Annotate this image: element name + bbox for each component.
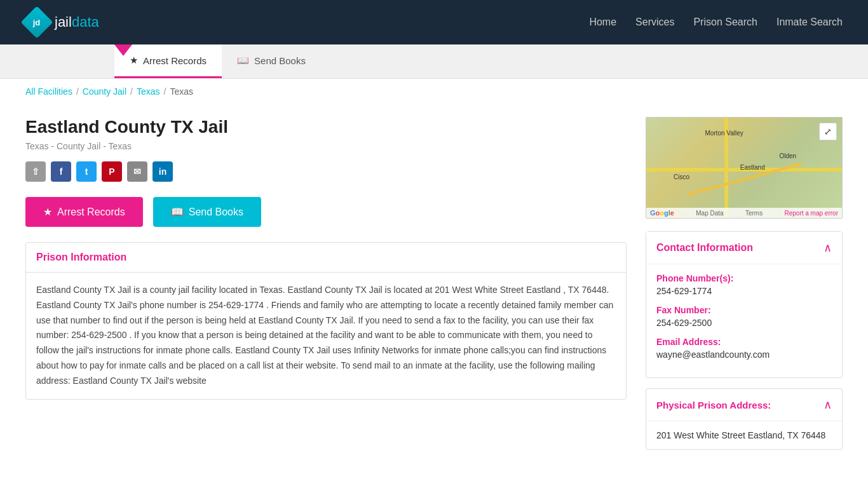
logo-jd: jd	[33, 18, 41, 27]
email-button[interactable]: ✉	[127, 161, 147, 182]
tab-triangle	[114, 44, 132, 56]
email-label: Email Address:	[656, 337, 832, 347]
logo-icon: jd	[21, 6, 53, 39]
address-panel-toggle-icon[interactable]: ∧	[824, 398, 832, 412]
address-panel-title: Physical Prison Address:	[656, 400, 771, 410]
send-books-icon: 📖	[171, 206, 184, 218]
breadcrumb-sep-3: /	[164, 86, 166, 97]
map-label-cisco: Cisco	[674, 173, 689, 180]
prison-info-box: Prison Information Eastland County TX Ja…	[25, 242, 627, 400]
tab-arrest-records-label: Arrest Records	[143, 55, 207, 66]
logo-data: data	[72, 14, 99, 30]
map-label-eastland: Eastland	[740, 164, 765, 171]
breadcrumb-sep-1: /	[76, 86, 79, 97]
contact-panel-title: Contact Information	[656, 242, 753, 254]
tab-send-books[interactable]: 📖 Send Books	[222, 44, 321, 78]
page-title: Eastland County TX Jail	[25, 117, 627, 137]
prison-info-header: Prison Information	[26, 243, 626, 273]
arrest-star-icon: ★	[43, 206, 52, 218]
page-subtitle: Texas - County Jail - Texas	[25, 141, 627, 151]
fax-value: 254-629-2500	[656, 318, 832, 328]
map-expand-button[interactable]: ⤢	[819, 123, 837, 140]
main-content: Eastland County TX Jail Texas - County J…	[0, 104, 868, 463]
map-footer: Google Map Data Terms Report a map error	[646, 208, 842, 218]
address-value: 201 West White Street Eastland, TX 76448	[656, 430, 832, 440]
book-icon: 📖	[237, 55, 249, 66]
address-panel-body: 201 West White Street Eastland, TX 76448	[646, 421, 842, 449]
star-icon: ★	[130, 55, 138, 66]
breadcrumb-sep-2: /	[130, 86, 133, 97]
send-books-button[interactable]: 📖 Send Books	[153, 197, 261, 227]
address-panel-header: Physical Prison Address: ∧	[646, 389, 842, 421]
fax-label: Fax Number:	[656, 305, 832, 315]
map-label-morton: Morton Valley	[705, 130, 743, 137]
breadcrumb-all-facilities[interactable]: All Facilities	[25, 86, 72, 97]
map-container: Morton Valley Olden Eastland Cisco ⤢ Goo…	[646, 117, 843, 219]
send-books-button-label: Send Books	[189, 207, 243, 218]
social-icons: ⇧ f t P ✉ in	[25, 161, 627, 182]
navbar: jd jaildata Home Services Prison Search …	[0, 0, 868, 44]
logo-area: jd jaildata	[25, 11, 99, 34]
action-buttons: ★ Arrest Records 📖 Send Books	[25, 197, 627, 227]
map-image: Morton Valley Olden Eastland Cisco ⤢ Goo…	[646, 118, 842, 218]
tabs-bar: ★ Arrest Records 📖 Send Books	[0, 44, 868, 79]
email-value: wayne@eastlandcounty.com	[656, 349, 832, 360]
contact-panel-toggle-icon[interactable]: ∧	[824, 241, 832, 255]
breadcrumb-texas-current: Texas	[170, 86, 193, 97]
logo-jail: jail	[55, 14, 72, 30]
map-data-label: Map Data	[696, 210, 723, 217]
left-column: Eastland County TX Jail Texas - County J…	[25, 117, 627, 450]
map-terms-label[interactable]: Terms	[745, 210, 763, 217]
breadcrumb-county-jail[interactable]: County Jail	[83, 86, 126, 97]
nav-services[interactable]: Services	[635, 17, 674, 27]
share-button[interactable]: ⇧	[25, 161, 46, 182]
contact-panel-body: Phone Number(s): 254-629-1774 Fax Number…	[646, 264, 842, 377]
phone-value: 254-629-1774	[656, 286, 832, 296]
contact-panel: Contact Information ∧ Phone Number(s): 2…	[646, 231, 843, 378]
breadcrumb: All Facilities / County Jail / Texas / T…	[0, 79, 868, 104]
nav-home[interactable]: Home	[589, 17, 616, 27]
map-label-olden: Olden	[779, 152, 796, 159]
arrest-records-button[interactable]: ★ Arrest Records	[25, 197, 143, 227]
prison-info-body: Eastland County TX Jail is a county jail…	[26, 273, 626, 399]
twitter-button[interactable]: t	[76, 161, 97, 182]
arrest-records-button-label: Arrest Records	[57, 207, 125, 218]
address-panel: Physical Prison Address: ∧ 201 West Whit…	[646, 388, 843, 450]
tab-send-books-label: Send Books	[254, 55, 306, 66]
nav-prison-search[interactable]: Prison Search	[693, 17, 757, 27]
logo-text: jaildata	[55, 14, 99, 30]
map-report-label[interactable]: Report a map error	[784, 210, 837, 217]
pinterest-button[interactable]: P	[102, 161, 122, 182]
facebook-button[interactable]: f	[51, 161, 71, 182]
right-column: Morton Valley Olden Eastland Cisco ⤢ Goo…	[646, 117, 843, 450]
nav-links: Home Services Prison Search Inmate Searc…	[589, 17, 843, 28]
google-logo: Google	[650, 209, 674, 217]
linkedin-button[interactable]: in	[153, 161, 173, 182]
contact-panel-header: Contact Information ∧	[646, 232, 842, 264]
phone-label: Phone Number(s):	[656, 273, 832, 283]
nav-inmate-search[interactable]: Inmate Search	[776, 17, 843, 27]
breadcrumb-texas-link[interactable]: Texas	[137, 86, 160, 97]
